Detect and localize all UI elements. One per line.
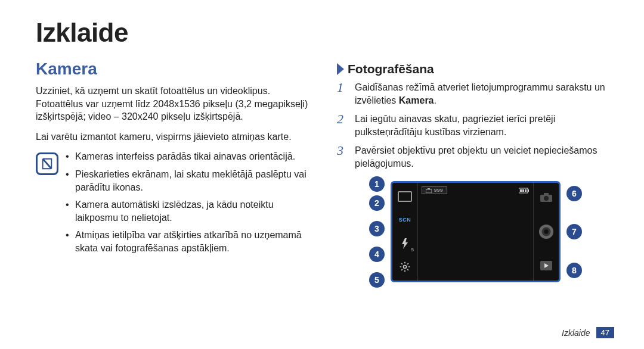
footer-section-name: Izklaide (562, 328, 590, 338)
info-note: Kameras interfeiss parādās tikai ainavas… (36, 150, 313, 259)
camera-left-toolbar: SCN 5 (392, 183, 417, 281)
info-bullet-0: Kameras interfeiss parādās tikai ainavas… (66, 150, 313, 163)
step-num-1: 1 (337, 81, 349, 107)
svg-point-1 (404, 266, 407, 269)
gallery-icon[interactable] (538, 258, 554, 273)
shots-remaining-text: 999 (434, 188, 443, 193)
left-column: Kamera Uzziniet, kā uzņemt un skatīt fot… (36, 60, 313, 288)
camera-diagram: 1 2 3 4 5 SCN 5 (337, 176, 614, 288)
page-title: Izklaide (36, 18, 614, 48)
content-columns: Kamera Uzziniet, kā uzņemt un skatīt fot… (36, 60, 614, 288)
svg-point-11 (544, 196, 549, 201)
step-1-pre: Gaidīšanas režīmā atveriet lietojumprogr… (355, 82, 605, 105)
svg-marker-0 (402, 238, 408, 249)
callout-2: 2 (369, 195, 385, 211)
page-footer: Izklaide 47 (562, 327, 614, 338)
page-number: 47 (596, 327, 614, 338)
callout-6: 6 (566, 186, 582, 201)
labels-right: 6 7 8 (566, 186, 582, 278)
step-text-2: Lai iegūtu ainavas skatu, pagrieziet ier… (355, 113, 614, 138)
step-1: 1 Gaidīšanas režīmā atveriet lietojumpro… (337, 81, 614, 107)
scene-mode-icon[interactable]: SCN (397, 212, 413, 228)
subheading-row: Fotografēšana (337, 62, 614, 76)
callout-8: 8 (566, 263, 582, 278)
intro-text-2: Lai varētu izmantot kameru, vispirms jāi… (36, 130, 313, 144)
callout-3: 3 (369, 221, 385, 236)
switch-camera-icon[interactable] (538, 190, 554, 205)
flash-icon[interactable]: 5 (397, 236, 413, 251)
step-2: 2 Lai iegūtu ainavas skatu, pagrieziet i… (337, 113, 614, 138)
svg-rect-3 (428, 188, 430, 189)
section-title-camera: Kamera (36, 60, 313, 79)
step-text-1: Gaidīšanas režīmā atveriet lietojumprogr… (355, 81, 614, 107)
camera-top-bar: 999 (422, 186, 530, 194)
chevron-right-icon (337, 63, 344, 75)
flash-num: 5 (411, 247, 414, 253)
info-bullet-list: Kameras interfeiss parādās tikai ainavas… (66, 150, 313, 259)
battery-icon (519, 188, 530, 194)
intro-text-1: Uzziniet, kā uzņemt un skatīt fotoattēlu… (36, 85, 313, 123)
camera-viewfinder: SCN 5 999 (391, 181, 561, 282)
step-num-2: 2 (337, 113, 349, 138)
info-bullet-1: Pieskarieties ekrānam, lai skatu meklētā… (66, 168, 313, 194)
svg-rect-2 (426, 189, 432, 193)
step-text-3: Pavērsiet objektīvu pret objektu un veic… (355, 144, 614, 170)
shots-remaining-indicator: 999 (422, 186, 447, 194)
svg-rect-7 (522, 189, 524, 192)
callout-7: 7 (566, 224, 582, 239)
info-bullet-3: Atmiņas ietilpība var atšķirties atkarīb… (66, 229, 313, 254)
svg-rect-6 (520, 189, 522, 192)
step-1-after: . (434, 95, 436, 105)
camera-preview-area[interactable]: 999 (417, 183, 534, 281)
step-num-3: 3 (337, 144, 349, 170)
callout-4: 4 (369, 247, 385, 262)
svg-rect-8 (525, 189, 527, 192)
labels-left: 2 3 4 5 (369, 195, 385, 288)
info-bullet-2: Kamera automātiski izslēdzas, ja kādu no… (66, 198, 313, 224)
step-3: 3 Pavērsiet objektīvu pret objektu un ve… (337, 144, 614, 170)
svg-point-14 (544, 229, 548, 233)
subheading-photography: Fotografēšana (348, 62, 434, 76)
svg-rect-10 (544, 193, 549, 195)
settings-icon[interactable] (397, 259, 413, 275)
step-1-bold: Kamera (399, 95, 434, 105)
right-column: Fotografēšana 1 Gaidīšanas režīmā atveri… (337, 60, 614, 288)
shutter-button[interactable] (538, 224, 554, 239)
mode-photo-icon[interactable] (397, 189, 413, 204)
svg-rect-5 (528, 189, 529, 192)
camera-right-toolbar (534, 183, 559, 281)
labels-left-group: 1 2 3 4 5 (369, 176, 385, 288)
callout-5: 5 (369, 272, 385, 288)
note-icon (36, 152, 58, 175)
callout-1: 1 (369, 176, 385, 192)
